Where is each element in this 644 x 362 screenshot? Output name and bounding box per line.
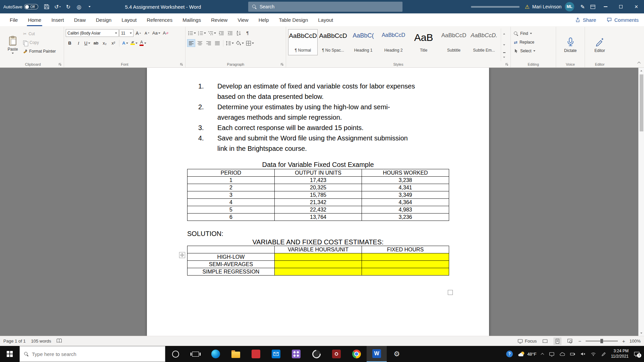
tab-layout[interactable]: Layout	[116, 13, 142, 26]
redo-button[interactable]: ↻	[63, 2, 73, 12]
collapse-ribbon-button[interactable]	[638, 59, 641, 65]
share-button[interactable]: Share	[570, 13, 601, 26]
table-cell[interactable]: 4	[187, 199, 275, 206]
volume-muted-icon[interactable]	[580, 352, 586, 356]
list-item[interactable]: 2.Determine your estimates by using the …	[198, 102, 489, 123]
cut-button[interactable]: ✂Cut	[22, 30, 57, 38]
data-table[interactable]: PERIODOUTPUT IN UNITSHOURS WORKED 117,42…	[187, 169, 449, 221]
zoom-slider[interactable]	[586, 341, 618, 342]
table-cell[interactable]: 1	[187, 177, 275, 184]
styles-scroll-down[interactable]	[501, 40, 507, 51]
clipboard-launcher[interactable]	[58, 63, 62, 66]
line-spacing-button[interactable]	[225, 39, 234, 47]
increase-indent-button[interactable]	[226, 29, 234, 37]
focus-button[interactable]: Focus	[518, 339, 537, 344]
word-count[interactable]: 105 words	[31, 339, 51, 344]
estimate-cell[interactable]	[275, 253, 362, 261]
word-icon[interactable]: W	[367, 346, 387, 362]
tab-home[interactable]: Home	[23, 13, 46, 26]
tab-file[interactable]: File	[5, 13, 23, 26]
select-button[interactable]: Select	[513, 47, 554, 55]
subscript-button[interactable]: x₂	[101, 39, 109, 47]
paste-button[interactable]: Paste	[4, 28, 22, 61]
get-help-icon[interactable]: ?	[506, 351, 513, 357]
dictate-button[interactable]: Dictate	[561, 28, 580, 61]
read-mode-button[interactable]	[541, 338, 549, 345]
list-item[interactable]: 4.Save and submit the Word file using th…	[198, 133, 489, 154]
table-cell[interactable]: OUTPUT IN UNITS	[275, 169, 362, 177]
strikethrough-button[interactable]: ab	[92, 39, 100, 47]
table-cell[interactable]	[187, 246, 275, 253]
battery-icon[interactable]	[570, 352, 575, 356]
estimate-cell[interactable]	[362, 268, 449, 276]
estimate-cell[interactable]	[362, 261, 449, 268]
table-cell[interactable]: 6	[187, 214, 275, 221]
tab-review[interactable]: Review	[206, 13, 232, 26]
bullets-button[interactable]	[187, 29, 197, 37]
monitor-icon[interactable]	[549, 352, 554, 357]
align-right-button[interactable]	[205, 39, 213, 47]
table-cell[interactable]: 2	[187, 184, 275, 191]
network-icon[interactable]	[591, 352, 596, 356]
text-effects-button[interactable]: A	[121, 39, 129, 47]
sort-button[interactable]	[235, 29, 243, 37]
estimate-cell[interactable]	[362, 253, 449, 261]
table-cell[interactable]: VARIABLE HOURS/UNIT	[275, 246, 362, 253]
autosave-switch[interactable]: Off	[24, 4, 38, 9]
taskbar-search-input[interactable]	[32, 351, 161, 357]
copy-button[interactable]: Copy	[22, 39, 57, 46]
editor-button[interactable]: Editor	[591, 28, 609, 61]
page-indicator[interactable]: Page 1 of 1	[3, 339, 26, 344]
format-painter-button[interactable]: Format Painter	[22, 48, 57, 55]
style-subtitle[interactable]: AaBbCcDSubtitle	[439, 29, 469, 55]
titlebar-search[interactable]: Search	[248, 2, 402, 12]
qat-customize-button[interactable]	[85, 2, 95, 12]
avatar[interactable]: ML	[565, 2, 574, 11]
style-heading-1[interactable]: AaBbC(Heading 1	[348, 29, 378, 55]
style-normal[interactable]: AaBbCcD¶ Normal	[288, 29, 318, 55]
edge-icon[interactable]	[206, 346, 226, 362]
app-icon-purple[interactable]	[286, 346, 306, 362]
save-button[interactable]	[42, 2, 52, 12]
italic-button[interactable]: I	[74, 39, 83, 47]
highlight-color-button[interactable]	[130, 39, 138, 47]
style-subtle-emphasis[interactable]: AaBbCcD.Subtle Em...	[469, 29, 499, 55]
table-cell[interactable]: 21,342	[275, 199, 362, 206]
table-cell[interactable]: 5	[187, 206, 275, 214]
grow-font-button[interactable]: A	[134, 29, 142, 37]
scrollbar-thumb[interactable]	[640, 74, 643, 131]
table-cell[interactable]: 3	[187, 191, 275, 199]
action-center-icon[interactable]: 3	[634, 351, 640, 357]
replace-button[interactable]: ⇄Replace	[513, 39, 554, 46]
document-page[interactable]: 1.Develop an estimate of fixed and varia…	[147, 68, 489, 336]
style-title[interactable]: AaBTitle	[409, 29, 438, 55]
scroll-up-button[interactable]	[639, 68, 644, 73]
multilevel-list-button[interactable]	[207, 29, 217, 37]
app-icon-maroon[interactable]	[326, 346, 346, 362]
align-center-button[interactable]	[196, 39, 204, 47]
chrome-icon[interactable]	[346, 346, 367, 362]
zoom-level[interactable]: 100%	[630, 339, 641, 344]
font-launcher[interactable]	[180, 63, 183, 66]
cortana-icon[interactable]	[165, 346, 185, 362]
font-color-button[interactable]: A	[139, 39, 147, 47]
table2-title[interactable]: VARIABLE AND FIXED COST ESTIMATES:	[187, 238, 449, 246]
list-item[interactable]: 3.Each correct response will be awarded …	[198, 123, 489, 133]
app-icon-dark-circle[interactable]	[306, 346, 326, 362]
settings-icon[interactable]: ⚙	[387, 346, 407, 362]
weather-widget[interactable]: 48°F	[518, 351, 537, 357]
table-cell[interactable]: 20,325	[275, 184, 362, 191]
change-case-button[interactable]: Aa	[152, 29, 161, 37]
table-cell[interactable]: 15,785	[275, 191, 362, 199]
styles-gallery-more[interactable]	[501, 50, 507, 61]
show-hidden-icons[interactable]	[542, 353, 544, 355]
paragraph-launcher[interactable]	[280, 63, 284, 66]
app-icon-red[interactable]	[246, 346, 266, 362]
tab-mailings[interactable]: Mailings	[177, 13, 206, 26]
table-cell[interactable]: 17,423	[275, 177, 362, 184]
tab-table-layout[interactable]: Layout	[313, 13, 338, 26]
table-cell[interactable]: 4,364	[362, 199, 449, 206]
zoom-out-button[interactable]: −	[578, 338, 581, 344]
shading-button[interactable]	[235, 39, 245, 47]
table-cell[interactable]: FIXED HOURS	[362, 246, 449, 253]
